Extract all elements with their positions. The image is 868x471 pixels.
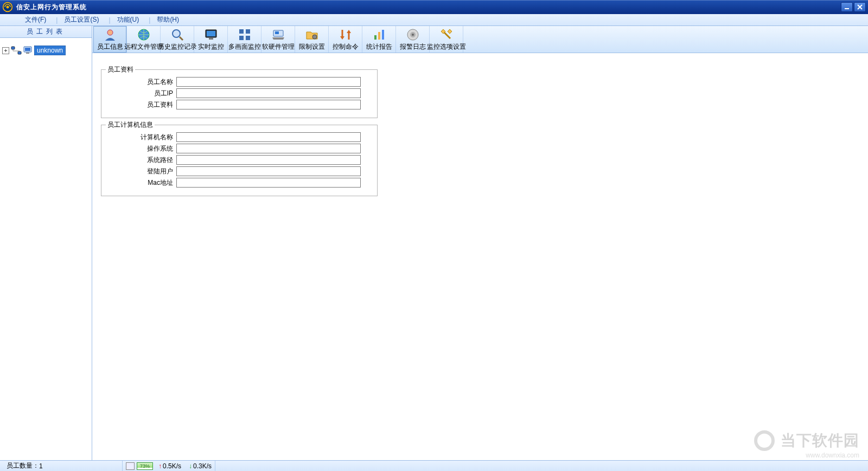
sidebar-title: 员工列表 xyxy=(0,26,92,38)
emp-info-field[interactable] xyxy=(176,100,361,109)
toolbar-label: 统计报告 xyxy=(366,42,392,51)
menu-help[interactable]: 帮助(H) xyxy=(154,14,182,25)
svg-point-20 xyxy=(312,35,317,39)
svg-rect-16 xyxy=(239,36,244,40)
svg-rect-3 xyxy=(11,47,15,49)
svg-point-26 xyxy=(412,34,414,36)
toolbar-history[interactable]: 历史监控记录 xyxy=(161,26,194,53)
legend: 员工资料 xyxy=(106,65,135,74)
employee-tree: + unknown xyxy=(0,38,92,63)
network-icon xyxy=(10,46,22,55)
globe-icon xyxy=(137,28,151,42)
mac-field[interactable] xyxy=(176,178,361,188)
legend: 员工计算机信息 xyxy=(106,120,155,130)
toolbar-label: 实时监控 xyxy=(198,42,224,51)
monitor-icon xyxy=(204,28,218,42)
toolbar-control-cmd[interactable]: 控制命令 xyxy=(329,26,362,53)
menu-employee[interactable]: 员工设置(S) xyxy=(61,14,102,25)
tree-root-row[interactable]: + unknown xyxy=(2,46,90,55)
minimize-button[interactable] xyxy=(841,2,853,12)
cpu-percent: 73% xyxy=(137,462,153,470)
toolbar-label: 软硬件管理 xyxy=(262,42,295,51)
download-arrow-icon: ↓ xyxy=(189,462,192,470)
status-employee-count: 员工数量： 1 xyxy=(3,461,123,471)
folder-gear-icon xyxy=(305,28,319,42)
content-area: 员工资料 员工名称 员工IP 员工资料 员工计算机信息 计算机名称 操作系统 系… xyxy=(92,53,868,460)
grid-icon xyxy=(238,28,252,42)
svg-rect-14 xyxy=(239,29,244,34)
pc-name-field[interactable] xyxy=(176,132,361,142)
toolbar-label: 历史监控记录 xyxy=(158,42,197,51)
tree-expand-button[interactable]: + xyxy=(2,47,9,54)
field-label: 员工资料 xyxy=(106,100,176,109)
wrench-icon xyxy=(439,28,454,42)
barchart-icon xyxy=(372,28,386,42)
bell-icon xyxy=(406,28,420,42)
toolbar: 员工信息 远程文件管理 历史监控记录 实时监控 多画面监控 软硬件管理 xyxy=(92,26,868,53)
toolbar-employee-info[interactable]: 员工信息 xyxy=(93,26,127,53)
magnifier-icon xyxy=(170,28,184,42)
svg-rect-21 xyxy=(374,35,376,40)
toolbar-label: 报警日志 xyxy=(400,42,426,51)
emp-ip-field[interactable] xyxy=(176,88,361,98)
toolbar-monitor-opts[interactable]: 监控选项设置 xyxy=(430,26,463,53)
os-field[interactable] xyxy=(176,144,361,153)
field-label: Mac地址 xyxy=(106,178,176,188)
svg-rect-2 xyxy=(845,8,849,9)
toolbar-stats[interactable]: 统计报告 xyxy=(362,26,396,53)
svg-rect-22 xyxy=(378,32,380,40)
toolbar-restrict[interactable]: 限制设置 xyxy=(295,26,329,53)
menubar: 文件(F)| 员工设置(S)| 功能(U)| 帮助(H) xyxy=(0,14,868,26)
status-label: 员工数量： xyxy=(7,461,39,470)
toolbar-label: 监控选项设置 xyxy=(427,42,466,51)
field-label: 登陆用户 xyxy=(106,167,176,176)
svg-rect-4 xyxy=(18,51,21,54)
field-label: 操作系统 xyxy=(106,144,176,153)
upload-arrow-icon: ↑ xyxy=(158,462,162,470)
sidebar: 员工列表 + unknown xyxy=(0,26,92,460)
svg-rect-6 xyxy=(25,48,30,51)
status-cpu: 73% ↑ 0.5K/s ↓ 0.3K/s xyxy=(123,461,215,471)
close-button[interactable] xyxy=(854,2,866,12)
fieldset-employee-info: 员工资料 员工名称 员工IP 员工资料 xyxy=(101,69,378,118)
toolbar-multiscreen[interactable]: 多画面监控 xyxy=(228,26,261,53)
svg-rect-13 xyxy=(209,38,213,40)
sys-path-field[interactable] xyxy=(176,155,361,165)
toolbar-realtime[interactable]: 实时监控 xyxy=(194,26,228,53)
window-titlebar: 信安上网行为管理系统 xyxy=(0,0,868,14)
svg-rect-7 xyxy=(26,53,29,54)
toolbar-label: 限制设置 xyxy=(299,42,325,51)
main-panel: 员工信息 远程文件管理 历史监控记录 实时监控 多画面监控 软硬件管理 xyxy=(92,26,868,460)
status-net-up: 0.5K/s xyxy=(163,462,181,470)
menu-function[interactable]: 功能(U) xyxy=(114,14,143,25)
emp-name-field[interactable] xyxy=(176,77,361,87)
svg-rect-12 xyxy=(207,31,215,36)
svg-point-1 xyxy=(7,6,9,9)
toolbar-alarm-log[interactable]: 报警日志 xyxy=(396,26,430,53)
field-label: 系统路径 xyxy=(106,156,176,165)
field-label: 员工IP xyxy=(106,89,176,98)
svg-point-8 xyxy=(107,30,113,35)
svg-rect-15 xyxy=(246,29,250,34)
toolbar-label: 员工信息 xyxy=(97,42,123,51)
computer-icon xyxy=(23,46,33,55)
menu-file[interactable]: 文件(F) xyxy=(22,14,49,25)
svg-rect-17 xyxy=(246,36,250,40)
window-title: 信安上网行为管理系统 xyxy=(16,3,87,12)
toolbar-label: 控制命令 xyxy=(333,42,359,51)
svg-rect-23 xyxy=(382,30,384,40)
login-field[interactable] xyxy=(176,166,361,176)
svg-rect-19 xyxy=(275,31,279,34)
laptop-icon xyxy=(271,28,285,42)
statusbar: 员工数量： 1 73% ↑ 0.5K/s ↓ 0.3K/s xyxy=(0,460,868,471)
svg-point-10 xyxy=(173,30,180,37)
fieldset-computer-info: 员工计算机信息 计算机名称 操作系统 系统路径 登陆用户 Mac地址 xyxy=(101,125,378,196)
toolbar-hw-sw[interactable]: 软硬件管理 xyxy=(261,26,295,53)
field-label: 员工名称 xyxy=(106,78,176,87)
field-label: 计算机名称 xyxy=(106,133,176,142)
tree-node-label[interactable]: unknown xyxy=(34,46,66,55)
person-icon xyxy=(103,28,117,42)
toolbar-remote-file[interactable]: 远程文件管理 xyxy=(127,26,161,53)
switch-icon xyxy=(339,28,353,42)
monitor-mini-icon xyxy=(126,462,135,470)
